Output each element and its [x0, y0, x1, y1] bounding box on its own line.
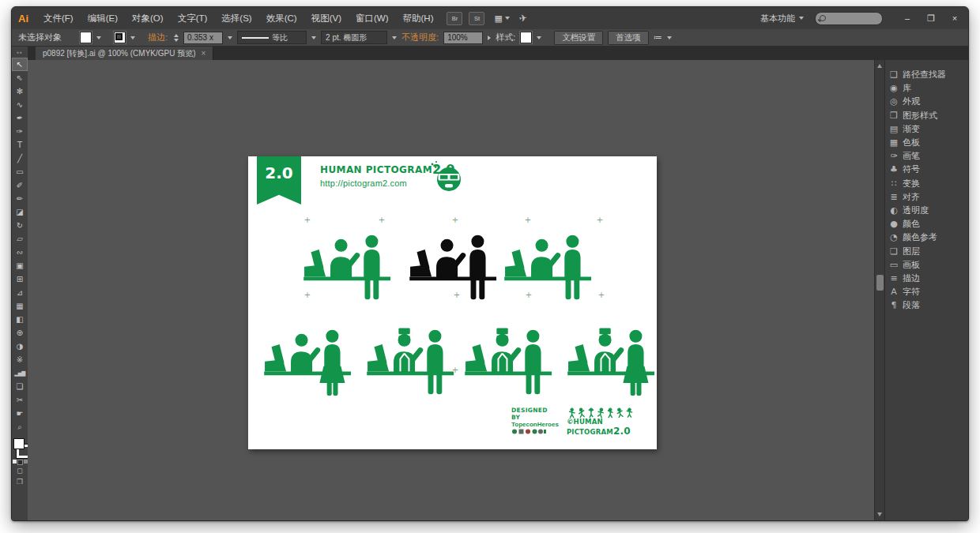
menu-file[interactable]: 文件(F)	[36, 7, 81, 29]
canvas[interactable]: 2.0 HUMAN PICTOGRAM2.0 http://pictogram2…	[28, 60, 876, 521]
scroll-up-icon[interactable]	[877, 64, 882, 68]
direct-selection-tool[interactable]: ⇖	[12, 71, 28, 84]
document-setup-button[interactable]: 文档设置	[554, 31, 603, 45]
free-transform-tool[interactable]: ▣	[12, 259, 28, 272]
line-segment-tool[interactable]: ╱	[12, 152, 28, 165]
panel-tab-libraries[interactable]: ◉库	[885, 81, 968, 95]
bridge-button[interactable]: Br	[447, 12, 462, 25]
panel-tab-character[interactable]: A字符	[885, 285, 968, 298]
menu-edit[interactable]: 编辑(E)	[81, 7, 125, 29]
panel-tab-graphic-styles[interactable]: ❒图形样式	[885, 109, 968, 122]
stroke-label[interactable]: 描边:	[148, 32, 168, 43]
opacity-field[interactable]: 100%	[443, 32, 483, 44]
tools-panel-grip[interactable]: ▪▪	[12, 47, 28, 58]
magic-wand-tool[interactable]: ✻	[12, 84, 28, 98]
hand-tool[interactable]: ☛	[12, 407, 28, 420]
drawing-mode-icon[interactable]: ◻	[12, 465, 28, 476]
menu-view[interactable]: 视图(V)	[304, 7, 349, 29]
opacity-label[interactable]: 不透明度:	[401, 32, 439, 43]
type-tool[interactable]: T	[12, 138, 28, 152]
zoom-tool[interactable]: ⌕	[12, 420, 28, 434]
fill-stroke-control[interactable]	[12, 437, 28, 457]
panel-tab-symbols[interactable]: ♣符号	[885, 163, 968, 176]
menu-select[interactable]: 选择(S)	[214, 7, 258, 29]
color-white-icon[interactable]	[13, 460, 17, 464]
gpu-performance-icon[interactable]: ✈	[518, 12, 528, 24]
fill-swatch-icon[interactable]	[13, 438, 24, 449]
screen-mode-icon[interactable]: ❐	[12, 476, 28, 487]
width-tool[interactable]: ∾	[12, 246, 28, 259]
pencil-tool[interactable]: ✏	[12, 192, 28, 205]
none-mode-icon[interactable]	[24, 460, 28, 464]
panel-tab-artboards[interactable]: ▭画板	[885, 258, 968, 272]
width-profile-select[interactable]: 等比	[237, 31, 307, 44]
arrange-documents-button[interactable]: ▦	[494, 13, 509, 24]
menu-help[interactable]: 帮助(H)	[396, 7, 441, 29]
illustrator-window: Ai 文件(F)编辑(E)对象(O)文字(T)选择(S)效果(C)视图(V)窗口…	[11, 6, 969, 521]
panel-tab-color[interactable]: ●颜色	[885, 217, 968, 231]
panel-tab-appearance[interactable]: ◎外观	[885, 95, 968, 108]
stroke-weight-field[interactable]: 0.353 x	[183, 32, 223, 44]
workspace-switcher[interactable]: 基本功能	[760, 13, 804, 24]
menu-object[interactable]: 对象(O)	[125, 7, 171, 29]
copyright-credit: ©HUMAN PICTOGRAM2.0	[567, 407, 657, 437]
gradient-mode-icon[interactable]	[17, 460, 23, 465]
panel-tab-gradient[interactable]: ▤渐变	[885, 122, 968, 136]
panel-tab-transparency[interactable]: ◐透明度	[885, 204, 968, 217]
gradient-tool[interactable]: ◧	[12, 313, 28, 326]
artboard[interactable]: 2.0 HUMAN PICTOGRAM2.0 http://pictogram2…	[248, 156, 657, 449]
mesh-tool[interactable]: ▦	[12, 299, 28, 313]
menu-type[interactable]: 文字(T)	[171, 7, 215, 29]
selection-tool[interactable]: ↖	[12, 58, 28, 71]
panel-tab-color-guide[interactable]: ◔颜色参考	[885, 231, 968, 244]
menu-effect[interactable]: 效果(C)	[259, 7, 304, 29]
scroll-down-icon[interactable]	[877, 512, 882, 516]
panel-tab-stroke[interactable]: ≡描边	[885, 272, 968, 285]
column-graph-tool[interactable]: ▂▅▇	[12, 366, 28, 380]
panel-tab-pathfinder[interactable]: ❑路径查找器	[885, 68, 968, 81]
panel-tab-layers[interactable]: ❏图层	[885, 244, 968, 257]
receptionist-figure	[291, 334, 318, 373]
stock-button[interactable]: St	[469, 12, 484, 25]
color-icon: ●	[885, 219, 903, 229]
symbol-sprayer-tool[interactable]: ※	[12, 353, 28, 366]
eraser-tool[interactable]: ◪	[12, 205, 28, 219]
shape-builder-tool[interactable]: ⊞	[12, 272, 28, 286]
minimize-button[interactable]: –	[897, 10, 918, 26]
rectangle-tool[interactable]: ▭	[12, 165, 28, 178]
panel-tab-align[interactable]: ≣对齐	[885, 190, 968, 204]
blend-tool[interactable]: ◑	[12, 340, 28, 353]
perspective-grid-tool[interactable]: ⊿	[12, 286, 28, 299]
panel-tab-transform[interactable]: ∷变换	[885, 177, 968, 190]
panel-tab-paragraph[interactable]: ¶段落	[885, 298, 968, 312]
rotate-tool[interactable]: ↻	[12, 219, 28, 232]
scale-tool[interactable]: ▱	[12, 232, 28, 246]
scrollbar-thumb[interactable]	[876, 275, 884, 291]
tab-close-icon[interactable]: ×	[202, 49, 206, 58]
restore-button[interactable]: ❐	[921, 10, 941, 26]
receptionist-figure	[594, 328, 621, 373]
artboard-tool[interactable]: ❏	[12, 380, 28, 393]
paragraph-icon: ¶	[885, 300, 903, 310]
panel-tab-brushes[interactable]: ✑画笔	[885, 149, 968, 163]
eyedropper-tool[interactable]: ⊕	[12, 326, 28, 340]
color-mode-buttons[interactable]	[12, 460, 28, 465]
stroke-weight-stepper[interactable]	[174, 34, 179, 42]
paintbrush-tool[interactable]: ✐	[12, 178, 28, 192]
align-options-icon[interactable]: ≔	[654, 32, 662, 43]
lasso-tool[interactable]: ∿	[12, 98, 28, 111]
fill-color-swatch[interactable]	[80, 32, 92, 43]
panel-tab-swatches[interactable]: ▦色板	[885, 136, 968, 149]
search-input[interactable]	[826, 13, 878, 23]
close-button[interactable]: ×	[944, 10, 965, 26]
style-swatch[interactable]	[520, 32, 532, 43]
preferences-button[interactable]: 首选项	[608, 31, 649, 45]
slice-tool[interactable]: ✂	[12, 393, 28, 407]
stroke-color-swatch[interactable]	[114, 32, 126, 43]
brush-definition-select[interactable]: 2 pt. 椭圆形	[321, 31, 387, 44]
pen-tool[interactable]: ✒	[12, 111, 28, 125]
curvature-tool[interactable]: ✑	[12, 125, 28, 138]
document-tab[interactable]: p0892 [转换].ai @ 100% (CMYK/GPU 预览) ×	[36, 47, 213, 60]
menu-window[interactable]: 窗口(W)	[349, 7, 396, 29]
vertical-scrollbar[interactable]	[874, 60, 884, 520]
